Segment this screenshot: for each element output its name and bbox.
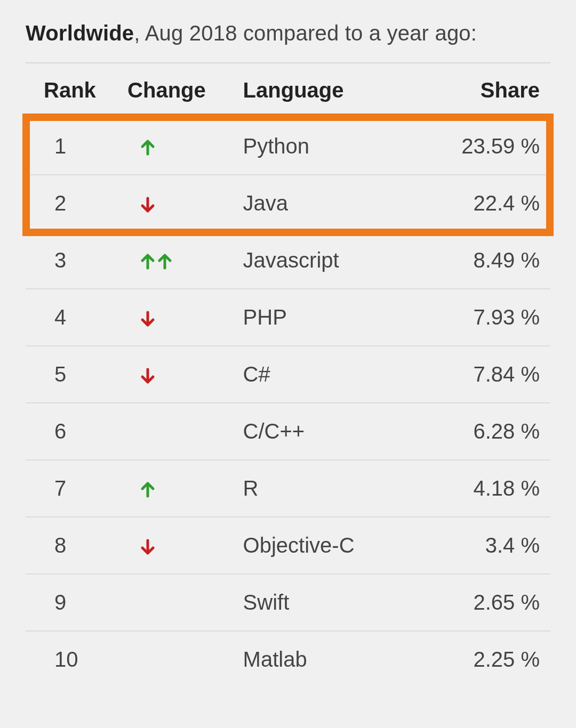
cell-share: 3.4 % bbox=[419, 517, 550, 574]
cell-rank: 8 bbox=[26, 517, 120, 574]
table-row: 4PHP7.93 % bbox=[26, 289, 550, 346]
cell-rank: 2 bbox=[26, 175, 120, 232]
table-row: 8Objective-C3.4 % bbox=[26, 517, 550, 574]
cell-share: 2.25 % bbox=[419, 631, 550, 687]
cell-rank: 9 bbox=[26, 574, 120, 631]
cell-language: Objective-C bbox=[236, 517, 419, 574]
table-row: 9Swift2.65 % bbox=[26, 574, 550, 631]
cell-language: C/C++ bbox=[236, 403, 419, 460]
arrow-up-icon bbox=[138, 480, 157, 499]
cell-rank: 10 bbox=[26, 631, 120, 687]
cell-change bbox=[120, 118, 235, 175]
col-header-language: Language bbox=[236, 63, 419, 118]
table-header-row: Rank Change Language Share bbox=[26, 63, 550, 118]
cell-language: PHP bbox=[236, 289, 419, 346]
cell-language: Javascript bbox=[236, 232, 419, 289]
col-header-share: Share bbox=[419, 63, 550, 118]
cell-change bbox=[120, 574, 235, 631]
cell-change bbox=[120, 232, 235, 289]
arrow-up-icon bbox=[155, 252, 174, 271]
arrow-up-icon bbox=[138, 138, 157, 157]
table-row: 2Java22.4 % bbox=[26, 175, 550, 232]
title-region: Worldwide bbox=[26, 21, 134, 45]
arrow-down-icon bbox=[138, 366, 157, 385]
table-row: 10Matlab2.25 % bbox=[26, 631, 550, 687]
cell-rank: 3 bbox=[26, 232, 120, 289]
cell-change bbox=[120, 289, 235, 346]
cell-share: 22.4 % bbox=[419, 175, 550, 232]
cell-share: 7.93 % bbox=[419, 289, 550, 346]
table-wrapper: Rank Change Language Share 1Python23.59 … bbox=[26, 63, 550, 687]
cell-change bbox=[120, 403, 235, 460]
table-row: 3Javascript8.49 % bbox=[26, 232, 550, 289]
cell-share: 23.59 % bbox=[419, 118, 550, 175]
cell-rank: 1 bbox=[26, 118, 120, 175]
arrow-down-icon bbox=[138, 195, 157, 214]
cell-share: 7.84 % bbox=[419, 346, 550, 403]
cell-share: 6.28 % bbox=[419, 403, 550, 460]
arrow-down-icon bbox=[138, 309, 157, 328]
table-row: 1Python23.59 % bbox=[26, 118, 550, 175]
table-row: 5C#7.84 % bbox=[26, 346, 550, 403]
cell-change bbox=[120, 460, 235, 517]
cell-change bbox=[120, 631, 235, 687]
cell-rank: 5 bbox=[26, 346, 120, 403]
cell-change bbox=[120, 346, 235, 403]
cell-rank: 4 bbox=[26, 289, 120, 346]
ranking-table: Rank Change Language Share 1Python23.59 … bbox=[26, 63, 550, 687]
cell-change bbox=[120, 175, 235, 232]
cell-rank: 6 bbox=[26, 403, 120, 460]
cell-language: Java bbox=[236, 175, 419, 232]
page-container: Worldwide, Aug 2018 compared to a year a… bbox=[0, 0, 576, 709]
table-row: 7R4.18 % bbox=[26, 460, 550, 517]
cell-share: 8.49 % bbox=[419, 232, 550, 289]
title-subtitle: , Aug 2018 compared to a year ago: bbox=[134, 21, 477, 45]
table-row: 6C/C++6.28 % bbox=[26, 403, 550, 460]
col-header-rank: Rank bbox=[26, 63, 120, 118]
cell-language: C# bbox=[236, 346, 419, 403]
cell-share: 4.18 % bbox=[419, 460, 550, 517]
page-title: Worldwide, Aug 2018 compared to a year a… bbox=[26, 21, 550, 45]
cell-rank: 7 bbox=[26, 460, 120, 517]
cell-language: Swift bbox=[236, 574, 419, 631]
cell-language: R bbox=[236, 460, 419, 517]
cell-language: Python bbox=[236, 118, 419, 175]
cell-language: Matlab bbox=[236, 631, 419, 687]
col-header-change: Change bbox=[120, 63, 235, 118]
arrow-down-icon bbox=[138, 537, 157, 556]
arrow-up-icon bbox=[138, 252, 157, 271]
cell-share: 2.65 % bbox=[419, 574, 550, 631]
cell-change bbox=[120, 517, 235, 574]
